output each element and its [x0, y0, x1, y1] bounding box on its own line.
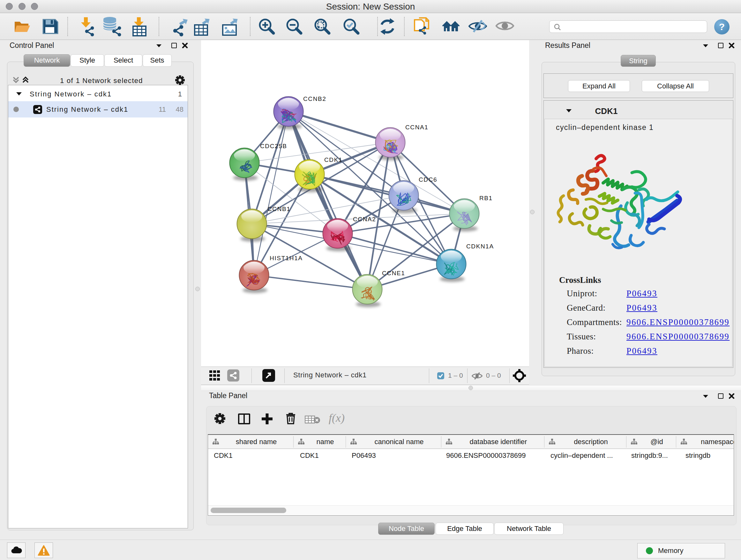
svg-text:CDKN1A: CDKN1A [466, 243, 494, 250]
svg-text:CCNB1: CCNB1 [267, 206, 290, 212]
svg-text:CCNB2: CCNB2 [303, 96, 326, 102]
svg-text:CDC25B: CDC25B [260, 143, 287, 149]
svg-text:CDK1: CDK1 [324, 157, 342, 163]
svg-text:CCNA1: CCNA1 [405, 124, 428, 131]
svg-text:CCNE1: CCNE1 [382, 270, 405, 276]
svg-text:HIST1H1A: HIST1H1A [270, 255, 303, 261]
svg-text:CCNA2: CCNA2 [353, 216, 376, 223]
svg-text:RB1: RB1 [479, 195, 493, 201]
svg-text:CDC6: CDC6 [419, 176, 437, 183]
